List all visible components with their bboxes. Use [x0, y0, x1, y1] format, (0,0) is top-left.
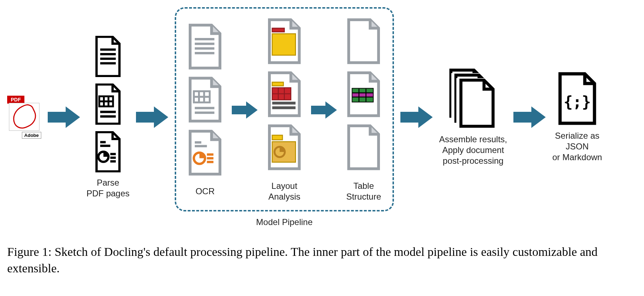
column-ocr: OCR	[186, 23, 224, 197]
svg-marker-47	[311, 101, 337, 119]
json-file-icon: {;}	[556, 72, 599, 125]
svg-marker-34	[232, 101, 258, 119]
arrow-icon	[136, 105, 168, 130]
arrow-icon	[232, 100, 258, 120]
table-page-grid-icon	[345, 71, 382, 118]
table-page-blank-icon	[345, 18, 382, 65]
pdf-swirl-icon	[9, 103, 39, 131]
pdf-badge: PDF	[7, 96, 24, 104]
svg-rect-43	[272, 106, 296, 109]
doc-chart-icon	[92, 131, 124, 172]
pipeline-dashed-box: OCR Layout Analysis	[175, 7, 394, 211]
svg-rect-35	[272, 28, 285, 32]
svg-rect-54	[366, 93, 373, 97]
svg-rect-56	[359, 97, 366, 102]
svg-marker-62	[400, 106, 433, 128]
table-page-blank-icon	[345, 124, 382, 171]
svg-rect-53	[359, 93, 366, 97]
svg-rect-44	[272, 135, 283, 140]
stage-model-pipeline: OCR Layout Analysis	[175, 7, 394, 227]
arrow-icon	[48, 105, 80, 130]
stage-parse: Parse PDF pages	[86, 36, 130, 199]
pdf-brand-label: Adobe	[22, 132, 41, 139]
ocr-page-text-icon	[186, 23, 224, 70]
layout-page-table-icon	[265, 71, 303, 118]
svg-rect-52	[352, 93, 359, 97]
pdf-icon: PDF Adobe	[7, 96, 41, 139]
stage-parse-label: Parse PDF pages	[86, 177, 130, 199]
svg-rect-36	[272, 34, 296, 55]
svg-marker-17	[136, 106, 168, 128]
column-table: Table Structure	[345, 18, 382, 202]
svg-rect-57	[366, 97, 373, 102]
stage-assemble-label: Assemble results, Apply document post-pr…	[439, 134, 507, 166]
arrow-icon	[400, 105, 433, 130]
layout-page-chart-icon	[265, 124, 303, 171]
svg-text:{;}: {;}	[564, 93, 591, 111]
svg-rect-42	[272, 102, 296, 105]
figure-caption: Figure 1: Sketch of Docling's default pr…	[7, 244, 637, 277]
svg-marker-0	[48, 106, 80, 128]
column-ocr-label: OCR	[196, 186, 215, 197]
input-pdf: PDF Adobe	[7, 96, 41, 139]
svg-rect-51	[366, 89, 373, 93]
column-layout-label: Layout Analysis	[268, 181, 300, 202]
svg-rect-55	[352, 97, 359, 102]
doc-table-icon	[92, 83, 124, 125]
arrow-icon	[311, 100, 337, 120]
arrow-icon	[513, 105, 546, 130]
stage-serialize-label: Serialize as JSON or Markdown	[552, 130, 602, 163]
stage-serialize: {;} Serialize as JSON or Markdown	[552, 72, 602, 163]
column-table-label: Table Structure	[346, 181, 381, 202]
svg-rect-37	[272, 82, 283, 86]
layout-page-text-icon	[265, 18, 303, 65]
svg-rect-50	[359, 89, 366, 93]
doc-text-icon	[92, 36, 124, 77]
column-layout: Layout Analysis	[265, 18, 303, 202]
svg-rect-49	[352, 89, 359, 93]
document-stack-icon	[446, 68, 500, 129]
svg-marker-63	[513, 106, 546, 128]
stage-assemble: Assemble results, Apply document post-pr…	[439, 68, 507, 166]
ocr-page-table-icon	[186, 76, 224, 123]
pipeline-label: Model Pipeline	[256, 217, 312, 227]
ocr-page-chart-icon	[186, 129, 224, 176]
pipeline-flow: PDF Adobe Parse PDF pages	[7, 7, 637, 227]
